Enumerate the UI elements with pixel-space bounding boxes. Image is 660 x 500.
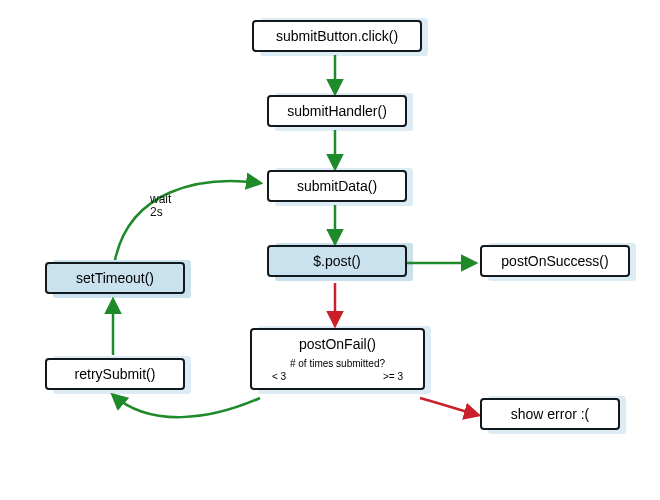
node-submit-handler: submitHandler() [267,95,407,127]
edge-label-wait-line1: wait [150,192,171,206]
node-label: postOnSuccess() [501,253,608,269]
node-retry-submit: retrySubmit() [45,358,185,390]
node-post-on-fail: postOnFail() # of times submitted? < 3 >… [250,328,425,390]
node-label: $.post() [313,253,360,269]
node-label: submitHandler() [287,103,387,119]
node-label: postOnFail() [299,336,376,352]
node-submit-data: submitData() [267,170,407,202]
edge-label-wait-line2: 2s [150,205,163,219]
node-jquery-post: $.post() [267,245,407,277]
edge-label-wait: wait 2s [150,193,171,219]
node-label: submitData() [297,178,377,194]
node-show-error: show error :( [480,398,620,430]
node-post-on-success: postOnSuccess() [480,245,630,277]
node-label: submitButton.click() [276,28,398,44]
node-label: retrySubmit() [75,366,156,382]
flowchart-canvas: submitButton.click() submitHandler() sub… [0,0,660,500]
node-label: show error :( [511,406,590,422]
node-set-timeout: setTimeout() [45,262,185,294]
branch-right: >= 3 [383,371,403,382]
node-branches: < 3 >= 3 [266,371,409,382]
node-label: setTimeout() [76,270,154,286]
node-submit-button-click: submitButton.click() [252,20,422,52]
branch-left: < 3 [272,371,286,382]
node-subtext: # of times submitted? [266,358,409,369]
